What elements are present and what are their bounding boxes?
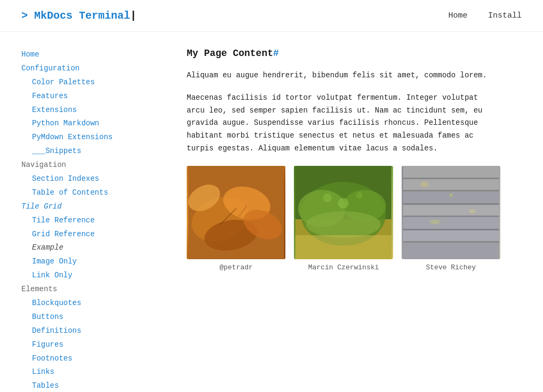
- photo-leaves: [187, 166, 285, 259]
- svg-rect-23: [403, 191, 499, 203]
- sidebar-item-links[interactable]: Links: [21, 365, 165, 379]
- svg-rect-25: [403, 205, 499, 215]
- sidebar-section-elements: Elements: [21, 285, 57, 293]
- sidebar-item-figures[interactable]: Figures: [21, 338, 165, 352]
- svg-rect-30: [403, 241, 499, 243]
- page-title-anchor[interactable]: #: [273, 48, 279, 59]
- sidebar-item-example[interactable]: Example: [21, 241, 165, 255]
- photo-grid: @petradr: [187, 166, 500, 271]
- svg-point-16: [356, 192, 363, 198]
- top-nav-install[interactable]: Install: [488, 11, 522, 20]
- top-nav-home[interactable]: Home: [449, 11, 468, 20]
- photo-caption-2: Marcin Czerwinski: [308, 263, 379, 271]
- svg-rect-22: [403, 190, 499, 191]
- svg-rect-29: [403, 230, 499, 241]
- svg-point-32: [420, 182, 428, 187]
- svg-rect-24: [403, 203, 499, 205]
- sidebar-item-section-indexes[interactable]: Section Indexes: [21, 172, 165, 186]
- sidebar-item-tile-reference[interactable]: Tile Reference: [21, 214, 165, 228]
- content-paragraph-1: Aliquam eu augue hendrerit, bibendum fel…: [187, 69, 500, 82]
- sidebar-item-color-palettes[interactable]: Color Palettes: [21, 76, 165, 90]
- sidebar-item-definitions[interactable]: Definitions: [21, 324, 165, 338]
- top-nav: Home Install: [433, 11, 522, 20]
- sidebar-item-configuration[interactable]: Configuration: [21, 62, 165, 76]
- photo-caption-3: Steve Richey: [426, 263, 476, 271]
- site-title: > MkDocs Terminal|: [21, 10, 137, 22]
- svg-rect-31: [403, 243, 499, 259]
- svg-rect-28: [403, 229, 499, 230]
- svg-rect-26: [403, 215, 499, 217]
- photo-moss: [294, 166, 393, 259]
- sidebar-item-blockquotes[interactable]: Blockquotes: [21, 297, 165, 310]
- svg-rect-19: [403, 166, 499, 178]
- title-cursor: |: [130, 10, 137, 22]
- sidebar-item-snippets[interactable]: ___Snippets: [21, 145, 165, 158]
- photo-item-3: Steve Richey: [402, 166, 500, 271]
- page-title: My Page Content#: [187, 48, 500, 59]
- svg-point-34: [449, 194, 452, 197]
- main-content: My Page Content# Aliquam eu augue hendre…: [165, 43, 522, 392]
- sidebar-item-tables[interactable]: Tables: [21, 379, 165, 392]
- photo-item-1: @petradr: [187, 166, 285, 271]
- sidebar-item-python-markdown[interactable]: Python Markdown: [21, 117, 165, 131]
- content-paragraph-2: Maecenas facilisis id tortor volutpat fe…: [187, 92, 500, 155]
- sidebar-item-home[interactable]: Home: [21, 48, 165, 62]
- sidebar-item-table-of-contents[interactable]: Table of Contents: [21, 186, 165, 200]
- svg-rect-20: [403, 178, 499, 179]
- sidebar-item-link-only[interactable]: Link Only: [21, 269, 165, 283]
- sidebar-section-navigation: Navigation: [21, 161, 66, 169]
- photo-caption-1: @petradr: [219, 263, 252, 271]
- sidebar-item-pymdown-extensions[interactable]: PyMdown Extensions: [21, 131, 165, 145]
- svg-point-17: [338, 198, 349, 209]
- sidebar-group-tile-grid: Tile Grid: [21, 200, 165, 214]
- svg-rect-27: [403, 217, 499, 229]
- title-text: MkDocs Terminal: [34, 10, 130, 22]
- svg-point-15: [323, 194, 332, 202]
- site-header: > MkDocs Terminal| Home Install: [0, 0, 543, 32]
- sidebar: Home Configuration Color Palettes Featur…: [21, 43, 165, 392]
- sidebar-item-features[interactable]: Features: [21, 90, 165, 103]
- svg-point-13: [306, 211, 381, 238]
- svg-point-35: [429, 220, 440, 224]
- sidebar-item-buttons[interactable]: Buttons: [21, 310, 165, 324]
- sidebar-item-footnotes[interactable]: Footnotes: [21, 352, 165, 366]
- svg-rect-14: [296, 235, 392, 259]
- sidebar-item-image-only[interactable]: Image Only: [21, 255, 165, 269]
- photo-wood: [402, 166, 500, 259]
- svg-point-33: [469, 209, 475, 213]
- sidebar-item-extensions[interactable]: Extensions: [21, 103, 165, 117]
- sidebar-item-grid-reference[interactable]: Grid Reference: [21, 228, 165, 242]
- title-prefix: >: [21, 10, 34, 22]
- photo-item-2: Marcin Czerwinski: [294, 166, 393, 271]
- svg-rect-21: [403, 179, 499, 190]
